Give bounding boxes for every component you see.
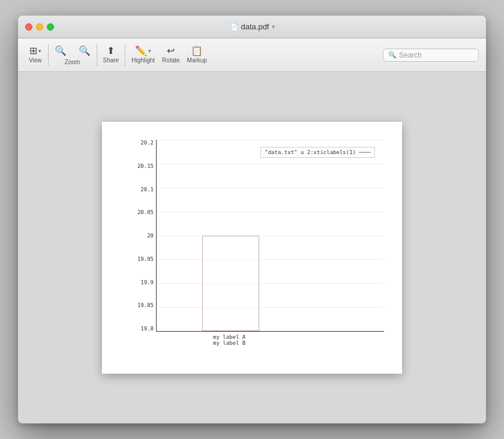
grid-line-7 (157, 307, 384, 308)
bar-A (202, 236, 259, 332)
zoom-buttons: 🔍 🔍 (51, 44, 94, 58)
x-axis-labels: my label A my label B (156, 332, 384, 356)
zoom-in-button[interactable]: 🔍 (75, 44, 94, 58)
y-label-0: 20.2 (140, 140, 154, 146)
markup-icon: 📋 (191, 46, 203, 56)
grid-line-5 (157, 259, 384, 260)
rotate-button[interactable]: ↩ Rotate (158, 44, 183, 65)
zoom-out-icon: 🔍 (55, 46, 67, 56)
minimize-button[interactable] (36, 23, 43, 31)
zoom-label: Zoom (65, 59, 80, 65)
zoom-group: 🔍 🔍 Zoom (51, 44, 94, 65)
grid-line-1 (157, 164, 384, 164)
view-icon: ⊞ (29, 46, 37, 56)
y-label-1: 20.15 (137, 163, 154, 169)
rotate-icon: ↩ (167, 46, 175, 56)
separator-3 (125, 44, 125, 66)
x-label-group-a: my label A my label B (213, 334, 245, 346)
close-button[interactable] (25, 23, 32, 31)
legend-line (359, 152, 371, 153)
y-axis-labels: 20.2 20.15 20.1 20.05 20 19.95 19.9 19.8… (132, 140, 156, 332)
document-icon: 📄 (230, 23, 239, 31)
share-label: Share (103, 57, 119, 64)
separator-1 (48, 44, 49, 66)
y-label-3: 20.05 (137, 209, 154, 215)
chart-plot-area: "data.txt" u 2:xticlabels(1) (156, 140, 384, 332)
grid-line-6 (157, 283, 384, 284)
markup-button[interactable]: 📋 Markup (184, 44, 211, 65)
y-label-8: 19.8 (140, 326, 154, 332)
highlight-label: Highlight (131, 57, 155, 64)
grid-line-3 (157, 212, 384, 212)
rotate-label: Rotate (162, 57, 179, 64)
markup-label: Markup (187, 57, 207, 64)
grid-line-4 (157, 236, 384, 236)
search-group: 🔍 Search (383, 49, 479, 62)
search-placeholder: Search (399, 51, 422, 59)
y-label-7: 19.85 (137, 302, 154, 308)
view-button[interactable]: ⊞ ▾ View (25, 44, 46, 65)
title-chevron: ▾ (272, 23, 275, 30)
zoom-out-button[interactable]: 🔍 (51, 44, 70, 58)
x-label-b: my label B (213, 340, 245, 346)
share-icon: ⬆ (107, 46, 115, 56)
search-container: 🔍 Search (383, 49, 479, 62)
y-label-4: 20 (147, 233, 154, 239)
traffic-lights (25, 23, 54, 31)
chart-container: 20.2 20.15 20.1 20.05 20 19.95 19.9 19.8… (132, 134, 390, 356)
titlebar: 📄 data.pdf ▾ (18, 16, 486, 38)
window-title: 📄 data.pdf ▾ (230, 22, 275, 31)
zoom-in-icon: 🔍 (79, 46, 91, 56)
highlight-button[interactable]: ✏️ ▾ Highlight (128, 44, 158, 65)
chart-legend: "data.txt" u 2:xticlabels(1) (260, 147, 375, 158)
y-label-6: 19.9 (140, 279, 154, 285)
highlight-icon: ✏️ (135, 46, 147, 56)
legend-text: "data.txt" u 2:xticlabels(1) (265, 149, 356, 155)
y-label-5: 19.95 (137, 256, 154, 262)
share-button[interactable]: ⬆ Share (100, 44, 123, 65)
x-label-a: my label A (213, 334, 245, 340)
y-label-2: 20.1 (140, 187, 154, 193)
toolbar: ⊞ ▾ View 🔍 🔍 Zoom ⬆ Share (18, 38, 486, 72)
grid-line-2 (157, 188, 384, 188)
view-dropdown-icon: ▾ (38, 48, 41, 54)
view-label: View (29, 57, 42, 64)
search-icon: 🔍 (388, 51, 397, 59)
separator-2 (97, 44, 97, 66)
pdf-page: 20.2 20.15 20.1 20.05 20 19.95 19.9 19.8… (102, 122, 402, 374)
highlight-dropdown-icon: ▾ (148, 48, 151, 54)
grid-line-top (157, 140, 384, 140)
search-bar[interactable]: 🔍 Search (383, 49, 479, 62)
title-text: data.pdf (241, 22, 269, 31)
main-window: 📄 data.pdf ▾ ⊞ ▾ View 🔍 🔍 (18, 16, 486, 423)
maximize-button[interactable] (47, 23, 54, 31)
content-area: 20.2 20.15 20.1 20.05 20 19.95 19.9 19.8… (18, 72, 486, 423)
